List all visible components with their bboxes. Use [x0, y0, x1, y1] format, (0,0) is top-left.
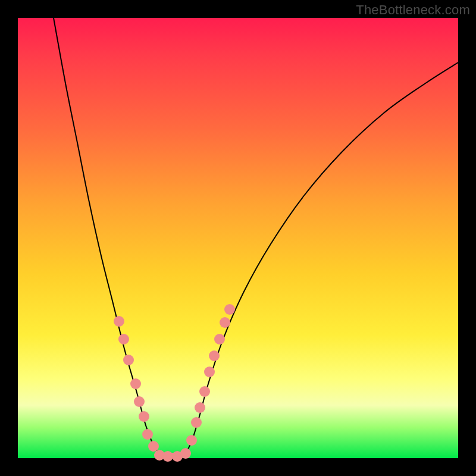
- data-dot: [224, 304, 235, 315]
- dot-group: [114, 304, 235, 462]
- data-dot: [195, 402, 205, 413]
- data-dot: [134, 396, 145, 407]
- data-dot: [139, 411, 149, 422]
- series-left-arm: [54, 18, 161, 455]
- watermark-text: TheBottleneck.com: [356, 2, 470, 18]
- data-dot: [209, 350, 220, 361]
- data-dot: [123, 355, 134, 365]
- data-dot: [220, 317, 230, 328]
- series-right-arm: [184, 62, 458, 455]
- data-dot: [118, 334, 129, 345]
- data-dot: [142, 429, 153, 440]
- data-dot: [130, 378, 141, 389]
- data-dot: [204, 367, 215, 377]
- data-dot: [186, 435, 197, 446]
- chart-overlay: [18, 18, 458, 458]
- data-dot: [162, 451, 173, 462]
- curve-group: [54, 18, 458, 455]
- data-dot: [191, 417, 202, 428]
- data-dot: [114, 316, 124, 327]
- data-dot: [148, 441, 159, 452]
- data-dot: [214, 334, 225, 345]
- chart-frame: TheBottleneck.com: [0, 0, 476, 476]
- data-dot: [199, 386, 210, 397]
- data-dot: [180, 448, 191, 459]
